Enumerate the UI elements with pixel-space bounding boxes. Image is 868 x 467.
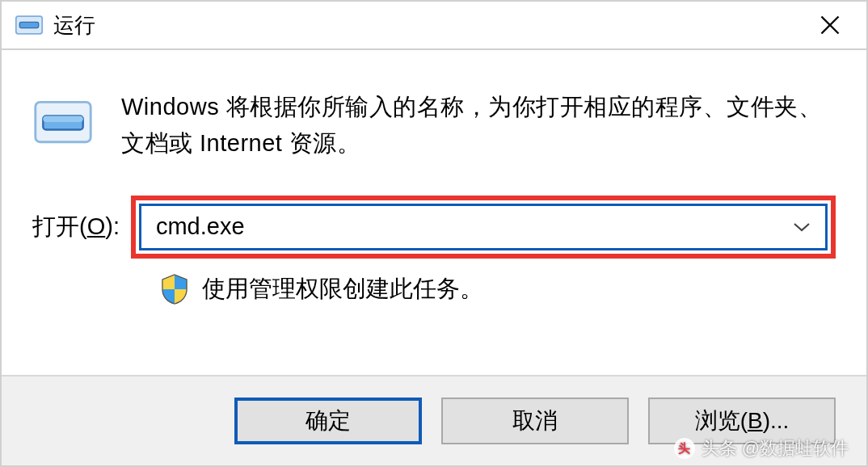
command-combobox[interactable]: [139, 204, 828, 250]
shield-icon: [160, 273, 189, 305]
admin-note-row: 使用管理权限创建此任务。: [160, 273, 836, 305]
run-dialog: 运行 Windows 将根据你所输入的名称，为你打开相应的程序、文件夹、文档或 …: [0, 0, 868, 467]
window-title: 运行: [53, 11, 95, 40]
titlebar: 运行: [2, 2, 866, 50]
close-button[interactable]: [810, 5, 850, 45]
cancel-button[interactable]: 取消: [441, 398, 629, 444]
description-text: Windows 将根据你所输入的名称，为你打开相应的程序、文件夹、文档或 Int…: [121, 89, 836, 162]
button-bar: 确定 取消 浏览(B)...: [2, 375, 866, 465]
titlebar-left: 运行: [15, 11, 95, 40]
description-row: Windows 将根据你所输入的名称，为你打开相应的程序、文件夹、文档或 Int…: [32, 89, 836, 162]
ok-button[interactable]: 确定: [234, 398, 422, 444]
browse-button[interactable]: 浏览(B)...: [648, 398, 836, 444]
content-area: Windows 将根据你所输入的名称，为你打开相应的程序、文件夹、文档或 Int…: [2, 50, 866, 375]
admin-note-text: 使用管理权限创建此任务。: [202, 273, 483, 305]
input-highlight-box: [131, 196, 836, 259]
open-field-row: 打开(O):: [32, 196, 836, 259]
run-icon-large: [32, 95, 94, 149]
close-icon: [819, 14, 841, 36]
run-icon: [15, 13, 44, 37]
svg-rect-6: [43, 116, 82, 122]
open-label: 打开(O):: [32, 211, 120, 243]
chevron-down-icon: [793, 221, 811, 233]
command-input[interactable]: [156, 213, 793, 240]
svg-rect-1: [19, 22, 38, 27]
